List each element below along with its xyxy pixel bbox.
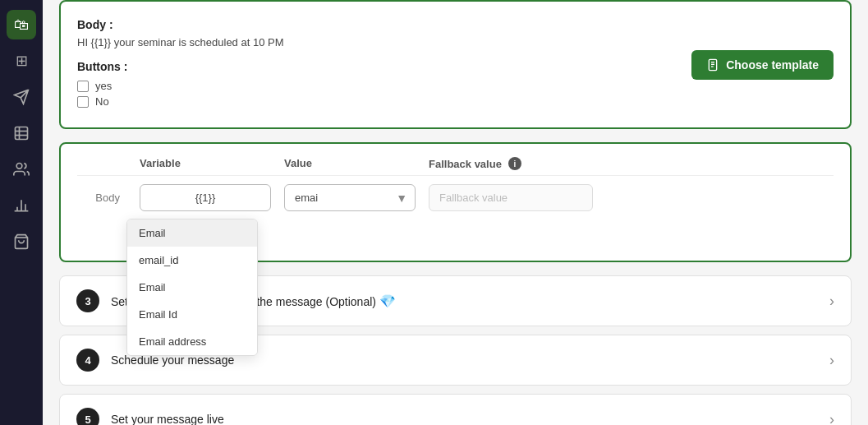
- users-icon[interactable]: [7, 155, 36, 184]
- template-icon: [706, 58, 719, 72]
- variable-row: Body {{1}} emai Email email_id Email Id …: [77, 184, 834, 211]
- layout-icon[interactable]: ⊞: [7, 46, 36, 76]
- variable-tag: {{1}}: [140, 184, 271, 211]
- step-5-number: 5: [76, 408, 99, 425]
- button-no: No: [77, 95, 834, 108]
- dropdown-item-email-1[interactable]: Email: [127, 219, 257, 247]
- checkbox-yes-icon: [77, 81, 89, 92]
- store-badge-icon[interactable]: [7, 227, 36, 256]
- variable-section: Variable Value Fallback value i Body {{1…: [59, 142, 852, 262]
- step-5-chevron-icon: ›: [829, 411, 834, 426]
- row-label: Body: [77, 192, 126, 204]
- table-icon[interactable]: [7, 118, 36, 148]
- svg-point-4: [16, 164, 22, 169]
- step-4-number: 4: [76, 349, 99, 372]
- fallback-header: Fallback value i: [429, 157, 593, 170]
- body-label: Body :: [77, 18, 834, 31]
- diamond-emoji: 💎: [379, 294, 396, 308]
- shop-icon[interactable]: 🛍: [7, 10, 36, 39]
- dropdown-item-email-id-2[interactable]: Email Id: [127, 301, 257, 328]
- dropdown-item-email-2[interactable]: Email: [127, 274, 257, 301]
- main-content: Body : HI {{1}} your seminar is schedule…: [43, 0, 868, 425]
- megaphone-icon[interactable]: [7, 82, 36, 112]
- fallback-input[interactable]: [429, 184, 593, 211]
- step-5-section[interactable]: 5 Set your message live ›: [59, 394, 852, 425]
- checkbox-no-icon: [77, 96, 89, 108]
- step-4-chevron-icon: ›: [829, 352, 834, 369]
- step-5-title: Set your message live: [111, 413, 818, 425]
- info-icon: i: [508, 157, 521, 170]
- svg-rect-0: [16, 127, 28, 140]
- value-header: Value: [284, 157, 416, 170]
- button-yes: yes: [77, 80, 834, 92]
- value-select-wrapper: emai Email email_id Email Id Email addre…: [284, 184, 416, 211]
- step-3-chevron-icon: ›: [829, 293, 834, 310]
- button-no-label: No: [95, 95, 109, 108]
- chart-icon[interactable]: [7, 191, 36, 220]
- template-card: Body : HI {{1}} your seminar is schedule…: [59, 0, 852, 129]
- choose-template-button[interactable]: Choose template: [691, 50, 834, 80]
- dropdown-menu: Email email_id Email Email Id Email addr…: [126, 219, 258, 356]
- choose-template-label: Choose template: [726, 58, 819, 72]
- button-yes-label: yes: [95, 80, 112, 92]
- dropdown-item-email-address[interactable]: Email address: [127, 328, 257, 355]
- sidebar: 🛍 ⊞: [0, 0, 43, 425]
- value-select[interactable]: emai Email email_id Email Id Email addre…: [284, 184, 416, 211]
- variable-header: Variable: [140, 157, 271, 170]
- step-3-number: 3: [76, 289, 99, 312]
- dropdown-item-email-id[interactable]: email_id: [127, 247, 257, 274]
- body-text: HI {{1}} your seminar is scheduled at 10…: [77, 36, 834, 49]
